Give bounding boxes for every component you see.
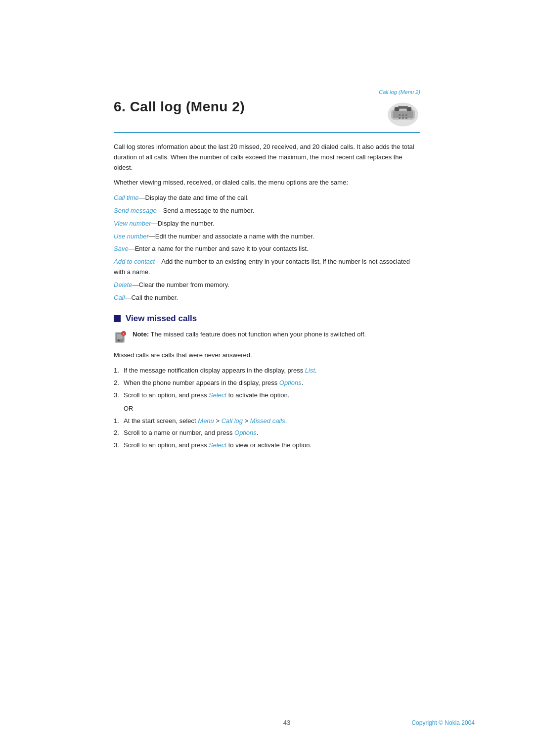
missed-calls-intro: Missed calls are calls that were never a… [114,350,420,361]
menu-item-desc-view-number: —Display the number. [151,220,215,227]
menu-item-desc-save: —Enter a name for the number and save it… [129,245,309,252]
menu-item-send-message: Send message—Send a message to the numbe… [114,206,420,216]
step-num: 2. [114,428,119,438]
footer-copyright: Copyright © Nokia 2004 [411,719,475,726]
step-link-options-1: Options [279,379,302,386]
svg-point-6 [405,114,407,116]
chapter-label: Call log (Menu 2) [114,89,420,95]
note-bold: Note: [133,331,149,338]
menu-item-label-call-time: Call time [114,194,139,201]
svg-rect-3 [398,106,408,109]
step-link-menu: Menu [198,417,214,425]
note-icon: ! [114,331,128,344]
step-text: When the phone number appears in the dis… [124,379,303,386]
menu-item-add-to-contact: Add to contact—Add the number to an exis… [114,257,420,278]
chapter-header: 6. Call log (Menu 2) [114,99,420,133]
list-item: 2. Scroll to a name or number, and press… [114,428,420,438]
menu-item-label-call: Call [114,294,125,301]
menu-item-label-delete: Delete [114,281,133,288]
chapter-phone-icon [386,101,420,128]
step-text: Scroll to an option, and press Select to… [124,391,289,399]
content-area: Call log (Menu 2) 6. Call log (Menu 2) [54,0,480,494]
menu-item-desc-add-to-contact: —Add the number to an existing entry in … [114,258,410,276]
menu-item-use-number: Use number—Edit the number and associate… [114,232,420,242]
step-text: Scroll to an option, and press Select to… [124,441,312,449]
list-item: 1. If the message notification display a… [114,366,420,376]
chapter-label-text: Call log (Menu 2) [379,89,420,95]
or-label: OR [124,405,134,412]
step-link-list: List [305,367,315,374]
menu-item-desc-send-message: —Send a message to the number. [157,207,254,214]
svg-point-4 [399,114,400,116]
step-text: At the start screen, select Menu > Call … [124,417,287,425]
footer: 43 Copyright © Nokia 2004 [0,719,534,726]
menu-options-list: Call time—Display the date and time of t… [114,193,420,303]
footer-page-number: 43 [283,719,290,726]
step-link-select-2: Select [209,441,226,449]
step-num: 1. [114,416,119,426]
menu-item-save: Save—Enter a name for the number and sav… [114,244,420,254]
intro-paragraph-2: Whether viewing missed, received, or dia… [114,178,420,188]
step-num: 3. [114,390,119,401]
note-body: The missed calls feature does not functi… [149,331,366,338]
step-link-options-2: Options [234,429,257,436]
step-num: 2. [114,378,119,388]
menu-item-delete: Delete—Clear the number from memory. [114,280,420,290]
menu-item-label-view-number: View number [114,220,151,227]
svg-point-9 [405,117,407,119]
list-item: 3. Scroll to an option, and press Select… [114,440,420,451]
menu-item-label-use-number: Use number [114,233,149,240]
svg-point-5 [402,114,404,116]
list-item: 1. At the start screen, select Menu > Ca… [114,416,420,426]
svg-text:!: ! [123,332,124,335]
menu-item-desc-call-time: —Display the date and time of the call. [139,194,249,201]
list-item: 2. When the phone number appears in the … [114,378,420,388]
steps-group-1: 1. If the message notification display a… [114,366,420,400]
page: Call log (Menu 2) 6. Call log (Menu 2) [0,0,534,756]
list-item: 3. Scroll to an option, and press Select… [114,390,420,401]
step-link-calllog: Call log [222,417,243,425]
step-text: Scroll to a name or number, and press Op… [124,429,258,436]
section-heading-square [114,315,121,322]
intro-paragraph-1: Call log stores information about the la… [114,142,420,173]
menu-item-label-add-to-contact: Add to contact [114,258,155,265]
svg-point-8 [402,117,404,119]
svg-point-13 [118,339,120,341]
menu-item-label-save: Save [114,245,129,252]
steps-group-2: 1. At the start screen, select Menu > Ca… [114,416,420,451]
step-link-select-1: Select [209,391,226,399]
menu-item-call-time: Call time—Display the date and time of t… [114,193,420,203]
svg-point-7 [399,117,400,119]
step-num: 3. [114,440,119,451]
note-box: ! Note: The missed calls feature does no… [114,330,420,344]
step-link-missed-calls: Missed calls [250,417,285,425]
note-text: Note: The missed calls feature does not … [133,330,366,339]
menu-item-view-number: View number—Display the number. [114,219,420,229]
menu-item-call: Call—Call the number. [114,293,420,303]
menu-item-desc-use-number: —Edit the number and associate a name wi… [149,233,314,240]
section-heading-text: View missed calls [126,314,197,324]
menu-item-label-send-message: Send message [114,207,157,214]
menu-item-desc-call: —Call the number. [125,294,178,301]
or-separator: OR [124,405,420,412]
menu-item-desc-delete: —Clear the number from memory. [133,281,229,288]
step-num: 1. [114,366,119,376]
chapter-title: 6. Call log (Menu 2) [114,99,245,115]
section-heading-view-missed-calls: View missed calls [114,314,420,324]
step-text: If the message notification display appe… [124,367,317,374]
